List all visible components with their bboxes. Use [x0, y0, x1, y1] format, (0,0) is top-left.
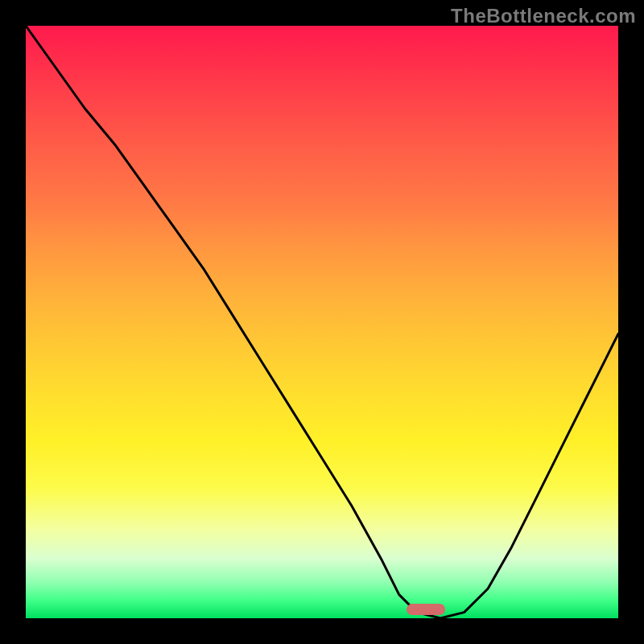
optimum-marker [407, 604, 445, 615]
plot-area [26, 26, 618, 618]
bottleneck-curve [26, 26, 618, 618]
watermark-text: TheBottleneck.com [451, 5, 636, 27]
chart-frame: TheBottleneck.com [0, 0, 644, 644]
